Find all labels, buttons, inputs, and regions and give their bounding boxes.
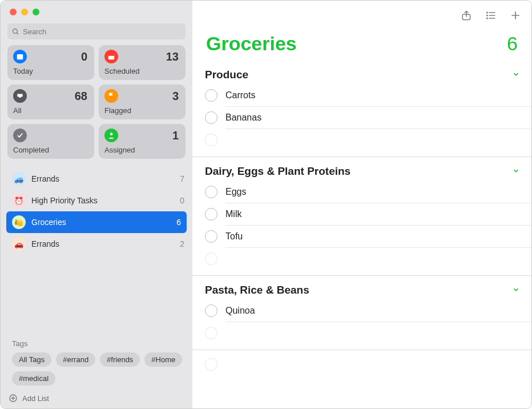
sidebar-list-item[interactable]: 🚗Errands2: [1, 233, 192, 255]
svg-point-14: [487, 15, 488, 16]
reminder-title[interactable]: Bananas: [225, 113, 531, 123]
section-header[interactable]: Produce: [192, 64, 531, 85]
smart-list-all-count: 68: [75, 90, 87, 103]
section-items: Quinoa: [192, 300, 531, 344]
smart-list-today-count: 0: [81, 50, 87, 63]
tag-chip[interactable]: All Tags: [12, 352, 51, 367]
reminder-checkbox[interactable]: [205, 230, 217, 243]
minimize-window-button[interactable]: [21, 9, 28, 15]
svg-point-5: [110, 133, 113, 135]
smart-list-flagged[interactable]: 3 Flagged: [99, 85, 186, 119]
svg-point-15: [487, 18, 488, 19]
list-total-count: 6: [507, 33, 518, 55]
new-reminder-placeholder[interactable]: [192, 354, 531, 375]
window-controls: [1, 1, 192, 21]
smart-list-assigned[interactable]: 1 Assigned: [99, 124, 186, 159]
section-header[interactable]: Dairy, Eggs & Plant Proteins: [192, 161, 531, 181]
list-count-label: 7: [180, 174, 184, 183]
share-icon[interactable]: [461, 9, 472, 22]
search-input[interactable]: [23, 27, 181, 36]
section-items: EggsMilkTofu: [192, 181, 531, 270]
smart-list-flagged-count: 3: [172, 90, 179, 103]
reminder-title[interactable]: Quinoa: [225, 306, 531, 316]
section-divider: [192, 275, 531, 276]
reminder-title[interactable]: Carrots: [225, 90, 531, 101]
reminder-checkbox[interactable]: [205, 304, 217, 317]
reminder-item[interactable]: Quinoa: [205, 300, 531, 322]
smart-list-assigned-label: Assigned: [104, 146, 179, 154]
section-title: Pasta, Rice & Beans: [205, 284, 309, 296]
close-window-button[interactable]: [10, 9, 17, 15]
reminder-checkbox[interactable]: [205, 111, 217, 124]
svg-rect-2: [17, 54, 23, 59]
fullscreen-window-button[interactable]: [33, 9, 39, 15]
reminder-checkbox-placeholder[interactable]: [205, 327, 217, 339]
add-reminder-icon[interactable]: [510, 10, 521, 21]
tags-heading: Tags: [12, 339, 183, 348]
reminder-title[interactable]: Tofu: [225, 231, 531, 242]
new-reminder-placeholder[interactable]: [205, 248, 531, 270]
list-name-label: Errands: [31, 239, 180, 248]
smart-list-scheduled-label: Scheduled: [104, 67, 179, 75]
smart-list-all-label: All: [13, 106, 87, 115]
list-count-label: 2: [180, 239, 184, 248]
reminder-section: ProduceCarrotsBananas: [192, 64, 531, 151]
list-count-label: 6: [176, 218, 181, 227]
smart-list-completed-label: Completed: [13, 146, 87, 154]
list-emoji-icon: ⏰: [12, 194, 26, 207]
smart-list-scheduled-count: 13: [166, 50, 179, 63]
smart-list-today[interactable]: 0 Today: [7, 45, 94, 80]
smart-list-scheduled[interactable]: 13 Scheduled: [99, 45, 186, 80]
reminder-checkbox[interactable]: [205, 208, 217, 220]
tag-chip[interactable]: #Home: [144, 352, 182, 367]
sections-container: ProduceCarrotsBananasDairy, Eggs & Plant…: [192, 64, 531, 375]
tag-chip[interactable]: #errand: [56, 352, 95, 367]
smart-list-assigned-count: 1: [172, 129, 179, 142]
smart-list-flagged-label: Flagged: [104, 106, 179, 115]
reminder-item[interactable]: Bananas: [205, 107, 531, 129]
tags-wrap: All Tags#errand#friends#Home#medical: [12, 352, 183, 386]
list-format-icon[interactable]: [485, 10, 497, 21]
search-field[interactable]: [7, 23, 186, 39]
reminder-section: Dairy, Eggs & Plant ProteinsEggsMilkTofu: [192, 161, 531, 270]
list-emoji-icon: 🍋: [12, 215, 26, 229]
chevron-down-icon[interactable]: [512, 167, 520, 177]
sidebar-list-item[interactable]: ⏰High Priority Tasks0: [1, 190, 192, 211]
tag-chip[interactable]: #friends: [100, 352, 140, 367]
list-name-label: High Priority Tasks: [31, 196, 180, 205]
smart-list-all[interactable]: 68 All: [7, 85, 94, 119]
search-container: [1, 21, 192, 45]
flag-icon: [104, 89, 118, 103]
sidebar-list-item[interactable]: 🍋Groceries6: [6, 211, 187, 233]
reminder-checkbox-placeholder[interactable]: [205, 358, 217, 371]
new-reminder-placeholder[interactable]: [205, 129, 531, 151]
smart-list-today-label: Today: [13, 67, 87, 75]
reminder-checkbox-placeholder[interactable]: [205, 134, 217, 146]
reminder-title[interactable]: Milk: [225, 209, 531, 219]
reminder-item[interactable]: Eggs: [205, 181, 531, 203]
chevron-down-icon[interactable]: [512, 70, 520, 80]
main-pane: Groceries 6 ProduceCarrotsBananasDairy, …: [192, 1, 531, 408]
reminder-checkbox[interactable]: [205, 186, 217, 198]
tag-chip[interactable]: #medical: [12, 371, 55, 386]
section-header[interactable]: Pasta, Rice & Beans: [192, 279, 531, 300]
reminder-checkbox[interactable]: [205, 89, 217, 102]
search-icon: [12, 28, 19, 35]
section-divider: [192, 350, 531, 350]
section-divider: [192, 157, 531, 157]
reminder-checkbox-placeholder[interactable]: [205, 252, 217, 265]
my-lists: 🚙Errands7⏰High Priority Tasks0🍋Groceries…: [1, 165, 192, 335]
smart-list-completed[interactable]: Completed: [7, 124, 94, 159]
person-icon: [104, 129, 118, 142]
reminder-title[interactable]: Eggs: [225, 187, 531, 197]
add-list-button[interactable]: Add List: [1, 388, 192, 408]
reminder-item[interactable]: Milk: [205, 203, 531, 225]
reminder-item[interactable]: Tofu: [205, 226, 531, 247]
new-reminder-placeholder[interactable]: [205, 322, 531, 344]
tags-section: Tags All Tags#errand#friends#Home#medica…: [1, 335, 192, 388]
list-name-label: Groceries: [31, 218, 176, 227]
svg-point-13: [487, 12, 488, 13]
sidebar-list-item[interactable]: 🚙Errands7: [1, 168, 192, 190]
reminder-item[interactable]: Carrots: [205, 85, 531, 106]
chevron-down-icon[interactable]: [512, 286, 520, 295]
